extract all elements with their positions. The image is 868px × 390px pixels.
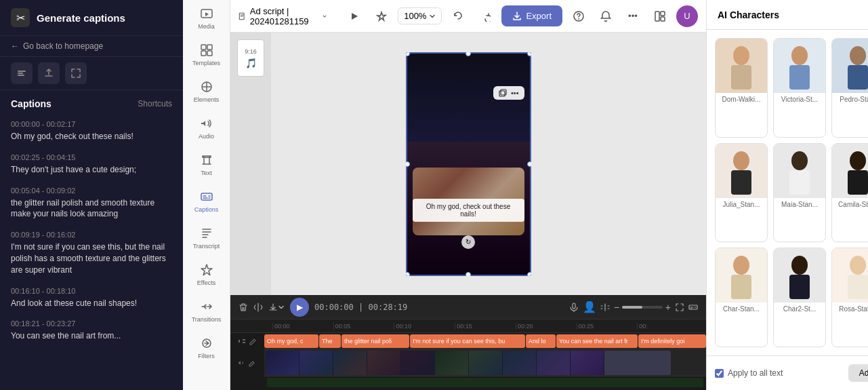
svg-rect-5 — [207, 45, 212, 50]
mic-btn[interactable] — [569, 303, 579, 312]
play-btn[interactable] — [344, 5, 365, 27]
notifications-btn[interactable] — [595, 5, 617, 27]
magic-btn[interactable] — [371, 5, 392, 27]
shortcuts-link[interactable]: Shortcuts — [138, 99, 172, 109]
add-character-button[interactable]: Add — [848, 364, 868, 382]
play-time: 00:00:00 | 00:28:19 — [314, 303, 407, 312]
more-btn[interactable]: ••• — [622, 5, 644, 27]
upload-icon-btn[interactable] — [38, 62, 60, 84]
character-card-1[interactable]: Victoria-St... — [773, 38, 826, 138]
ruler-mark-5: 00:25 — [577, 323, 638, 330]
caption-track-controls — [230, 337, 264, 345]
volume-plus[interactable]: + — [665, 302, 671, 313]
character-card-3[interactable]: Julia_Stan... — [715, 143, 768, 243]
ruler-mark-3: 00:15 — [455, 323, 516, 330]
caption-text-3: the glitter nail polish and smooth textu… — [11, 197, 172, 220]
caption-text-4: I'm not sure if you can see this, but th… — [11, 241, 172, 275]
caption-chip-1[interactable]: The — [319, 334, 341, 348]
sidebar-item-transcript[interactable]: Transcript — [183, 220, 230, 256]
redo-btn[interactable] — [474, 5, 496, 27]
undo-btn[interactable] — [447, 5, 469, 27]
character-card-8[interactable]: Rosa-Stan... — [831, 248, 868, 347]
download-btn[interactable] — [268, 303, 285, 312]
character-card-0[interactable]: Dom-Walki... — [715, 38, 768, 138]
caption-chip-2[interactable]: the glitter nail poli — [342, 334, 409, 348]
caption-item-5[interactable]: 00:16:10 - 00:18:10 And look at these cu… — [11, 287, 172, 309]
volume-slider[interactable] — [622, 306, 663, 309]
document-icon — [239, 11, 246, 22]
caption-chip-4[interactable]: And lo — [526, 334, 556, 348]
character-card-6[interactable]: Char-Stan... — [715, 248, 768, 347]
sidebar-item-effects[interactable]: Effects — [183, 256, 230, 293]
topbar: Ad script | 202401281159 100% E — [230, 0, 706, 33]
timeline-ruler: 00:00 00:05 00:10 00:15 00:20 00:25 00: — [230, 319, 706, 333]
video-thumb-6 — [435, 351, 469, 375]
video-preview[interactable]: Oh my god, check out these nails! ••• — [406, 52, 531, 276]
caption-item-1[interactable]: 00:00:00 - 00:02:17 Oh my god, check out… — [11, 120, 172, 142]
caption-chip-3[interactable]: I'm not sure if you can see this, bu — [410, 334, 525, 348]
character-card-5[interactable]: Camila-Sta... — [831, 143, 868, 243]
svg-rect-31 — [789, 170, 810, 195]
caption-time-3: 00:05:04 - 00:09:02 — [11, 187, 172, 195]
sidebar-header: ✂ Generate captions — [0, 0, 183, 36]
delete-caption-btn[interactable] — [239, 303, 248, 312]
svg-marker-12 — [352, 13, 358, 20]
character-card-4[interactable]: Maia-Stan... — [773, 143, 826, 243]
caption-text-5: And look at these cute nail shapes! — [11, 298, 172, 309]
ruler-mark-0: 00:00 — [272, 323, 333, 330]
svg-rect-6 — [201, 51, 206, 56]
play-button[interactable]: ▶ — [290, 298, 309, 317]
expand-icon-btn[interactable] — [65, 62, 87, 84]
fullscreen-btn[interactable] — [675, 303, 684, 312]
svg-rect-17 — [661, 17, 665, 21]
caption-item-3[interactable]: 00:05:04 - 00:09:02 the glitter nail pol… — [11, 187, 172, 220]
caption-item-4[interactable]: 00:09:19 - 00:16:02 I'm not sure if you … — [11, 231, 172, 275]
layout-btn[interactable] — [649, 5, 671, 27]
character-card-2[interactable]: Pedro-Sta... — [831, 38, 868, 138]
sidebar-item-templates[interactable]: Templates — [183, 37, 230, 73]
help-btn[interactable] — [568, 5, 590, 27]
video-track — [264, 349, 706, 376]
caption-chip-6[interactable]: I'm definitely goi — [638, 334, 706, 348]
caption-time-4: 00:09:19 - 00:16:02 — [11, 231, 172, 239]
ai-avatar-btn[interactable]: 👤 — [583, 300, 596, 313]
caption-item-6[interactable]: 00:18:21 - 00:23:27 You can see the nail… — [11, 319, 172, 342]
sidebar-item-audio[interactable]: Audio — [183, 110, 230, 147]
apply-all-checkbox[interactable] — [715, 369, 724, 378]
video-thumb-2 — [299, 351, 333, 375]
sidebar-item-transitions[interactable]: Transitions — [183, 293, 230, 330]
sidebar-item-filters[interactable]: Filters — [183, 330, 230, 366]
captions-timeline-btn[interactable] — [688, 303, 698, 312]
user-avatar[interactable]: U — [676, 5, 698, 27]
export-icon — [512, 12, 522, 21]
sidebar-item-elements[interactable]: Elements — [183, 73, 230, 110]
svg-rect-19 — [501, 90, 506, 95]
clip-thumb-9-16[interactable]: 9:16 🎵 — [237, 39, 264, 77]
split-caption-btn[interactable] — [253, 303, 263, 312]
project-name[interactable]: Ad script | 202401281159 — [239, 6, 327, 26]
svg-rect-4 — [201, 45, 206, 50]
caption-chip-5[interactable]: You can see the nail art fr — [556, 334, 638, 348]
timeline-panel: ▶ 00:00:00 | 00:28:19 👤 − — [230, 295, 706, 390]
volume-minus[interactable]: − — [614, 302, 619, 313]
export-button[interactable]: Export — [501, 5, 562, 26]
caption-chip-0[interactable]: Oh my god, c — [264, 334, 318, 348]
video-thumb-3 — [333, 351, 367, 375]
captions-header: Captions Shortcuts — [11, 98, 172, 109]
zoom-control[interactable]: 100% — [398, 7, 442, 24]
svg-rect-39 — [848, 275, 868, 299]
rotate-handle[interactable]: ↻ — [461, 235, 475, 249]
text-icon-btn[interactable] — [11, 62, 33, 84]
ai-panel-header: AI Characters ✕ — [707, 0, 868, 30]
caption-track-icon — [238, 337, 246, 345]
svg-rect-23 — [731, 65, 751, 90]
back-to-homepage[interactable]: ← Go back to homepage — [0, 36, 183, 57]
sidebar-item-media[interactable]: Media — [183, 0, 230, 37]
character-card-7[interactable]: Char2-St... — [773, 248, 826, 347]
sidebar-item-text[interactable]: Text — [183, 147, 230, 183]
arrow-left-icon: ← — [11, 41, 19, 51]
caption-item-2[interactable]: 00:02:25 - 00:04:15 They don't just have… — [11, 153, 172, 176]
split-btn2[interactable] — [600, 303, 610, 312]
apply-all-label[interactable]: Apply to all text — [715, 368, 783, 378]
sidebar-item-captions[interactable]: Captions — [183, 183, 230, 220]
